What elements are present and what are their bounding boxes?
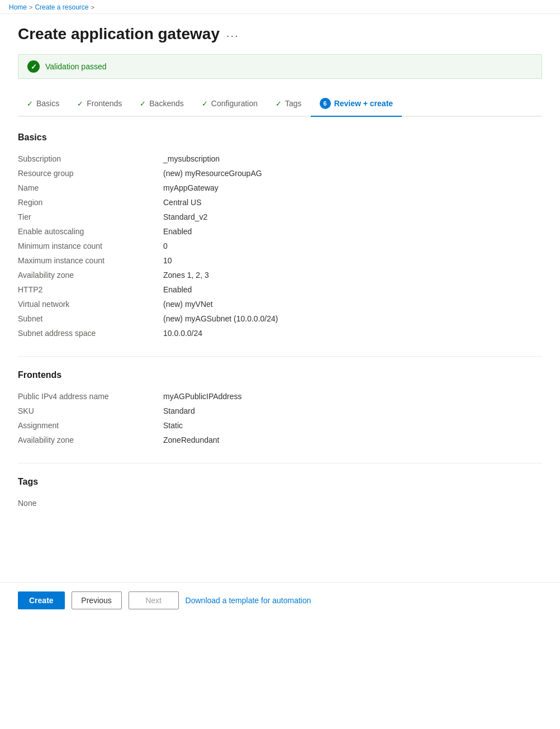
frontends-section: Frontends Public IPv4 address name myAGP…: [18, 370, 542, 447]
detail-value: Zones 1, 2, 3: [163, 271, 209, 280]
breadcrumb-sep2: >: [91, 4, 94, 11]
detail-value: ZoneRedundant: [163, 435, 219, 444]
configuration-check-icon: ✓: [202, 100, 208, 108]
detail-label: Name: [18, 183, 163, 192]
footer: Create Previous Next Download a template…: [0, 582, 560, 618]
frontends-check-icon: ✓: [77, 100, 83, 108]
breadcrumb-create-resource[interactable]: Create a resource: [35, 3, 88, 11]
detail-value: Enabled: [163, 227, 192, 236]
section-divider: [18, 463, 542, 463]
detail-row: Subscription _mysubscription: [18, 152, 542, 166]
detail-row: Maximum instance count 10: [18, 253, 542, 268]
detail-value: 10: [163, 256, 172, 265]
backends-check-icon: ✓: [140, 100, 146, 108]
tags-section: Tags None: [18, 477, 542, 510]
detail-value: Central US: [163, 198, 201, 207]
detail-value: myAGPublicIPAddress: [163, 392, 242, 401]
detail-value: Enabled: [163, 285, 192, 294]
next-button[interactable]: Next: [129, 591, 179, 609]
detail-row: Region Central US: [18, 195, 542, 210]
tab-configuration-label: Configuration: [211, 99, 258, 108]
detail-row: Virtual network (new) myVNet: [18, 297, 542, 311]
page-title: Create application gateway: [18, 25, 220, 43]
tab-tags[interactable]: ✓ Tags: [267, 93, 311, 116]
detail-label: Maximum instance count: [18, 256, 163, 265]
detail-value: 10.0.0.0/24: [163, 329, 202, 338]
detail-row: Assignment Static: [18, 418, 542, 433]
detail-row: Subnet (new) myAGSubnet (10.0.0.0/24): [18, 311, 542, 326]
tab-basics-label: Basics: [36, 99, 59, 108]
detail-label: HTTP2: [18, 285, 163, 294]
tab-tags-label: Tags: [285, 99, 302, 108]
detail-value: Standard: [163, 406, 195, 415]
create-button[interactable]: Create: [18, 591, 65, 609]
validation-text: Validation passed: [45, 62, 106, 71]
detail-row: HTTP2 Enabled: [18, 282, 542, 297]
breadcrumb: Home > Create a resource >: [9, 3, 551, 11]
detail-label: Subscription: [18, 154, 163, 163]
detail-label: Enable autoscaling: [18, 227, 163, 236]
basics-section: Basics Subscription _mysubscription Reso…: [18, 132, 542, 340]
detail-value: Standard_v2: [163, 212, 207, 221]
tags-section-title: Tags: [18, 477, 542, 487]
detail-value: _mysubscription: [163, 154, 220, 163]
tab-review-badge: 6: [320, 98, 331, 109]
tab-basics[interactable]: ✓ Basics: [18, 93, 68, 116]
breadcrumb-sep1: >: [29, 4, 32, 11]
detail-row: Availability zone Zones 1, 2, 3: [18, 268, 542, 282]
detail-row: Availability zone ZoneRedundant: [18, 433, 542, 447]
detail-value: (new) myVNet: [163, 300, 213, 309]
detail-label: Public IPv4 address name: [18, 392, 163, 401]
detail-value: Static: [163, 421, 183, 430]
previous-button[interactable]: Previous: [72, 591, 122, 609]
download-template-link[interactable]: Download a template for automation: [186, 596, 311, 605]
tab-backends-label: Backends: [149, 99, 183, 108]
detail-label: Resource group: [18, 169, 163, 178]
tags-check-icon: ✓: [276, 100, 282, 108]
detail-value: (new) myResourceGroupAG: [163, 169, 262, 178]
tab-configuration[interactable]: ✓ Configuration: [193, 93, 267, 116]
content-area: Basics Subscription _mysubscription Reso…: [18, 132, 542, 582]
validation-banner: Validation passed: [18, 54, 542, 79]
tabs-row: ✓ Basics ✓ Frontends ✓ Backends ✓ Config…: [18, 92, 542, 117]
detail-row: None: [18, 496, 542, 510]
detail-row: Public IPv4 address name myAGPublicIPAdd…: [18, 389, 542, 404]
detail-row: SKU Standard: [18, 404, 542, 418]
breadcrumb-home[interactable]: Home: [9, 3, 27, 11]
detail-label: Subnet address space: [18, 329, 163, 338]
detail-label: Subnet: [18, 314, 163, 323]
tab-frontends[interactable]: ✓ Frontends: [68, 93, 131, 116]
detail-row: Tier Standard_v2: [18, 210, 542, 224]
basics-section-title: Basics: [18, 132, 542, 143]
detail-label: Availability zone: [18, 271, 163, 280]
detail-label: Availability zone: [18, 435, 163, 444]
detail-label: SKU: [18, 406, 163, 415]
validation-check-icon: [27, 60, 40, 73]
detail-row: Resource group (new) myResourceGroupAG: [18, 166, 542, 181]
detail-value: 0: [163, 242, 168, 250]
tab-review[interactable]: 6 Review + create: [311, 92, 402, 117]
detail-label: Region: [18, 198, 163, 207]
detail-label: Minimum instance count: [18, 242, 163, 250]
tab-frontends-label: Frontends: [87, 99, 122, 108]
detail-row: Enable autoscaling Enabled: [18, 224, 542, 239]
tags-none-label: None: [18, 499, 163, 508]
detail-value: (new) myAGSubnet (10.0.0.0/24): [163, 314, 278, 323]
detail-value: myAppGateway: [163, 183, 219, 192]
detail-row: Minimum instance count 0: [18, 239, 542, 253]
more-options-button[interactable]: ···: [226, 29, 239, 42]
detail-label: Assignment: [18, 421, 163, 430]
detail-row: Subnet address space 10.0.0.0/24: [18, 326, 542, 340]
tab-review-label: Review + create: [334, 99, 393, 108]
detail-label: Tier: [18, 212, 163, 221]
detail-label: Virtual network: [18, 300, 163, 309]
frontends-section-title: Frontends: [18, 370, 542, 380]
detail-row: Name myAppGateway: [18, 181, 542, 195]
section-divider: [18, 356, 542, 357]
tab-backends[interactable]: ✓ Backends: [131, 93, 192, 116]
basics-check-icon: ✓: [27, 100, 33, 108]
